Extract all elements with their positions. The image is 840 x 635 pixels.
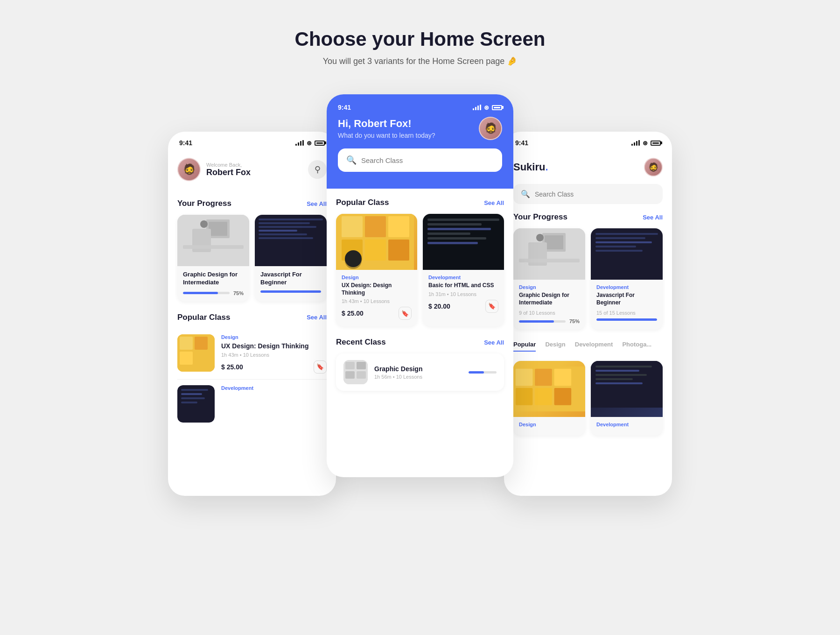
left-progress-card-js[interactable]: Javascript For Beginner [255, 215, 327, 302]
battery-icon [315, 141, 325, 146]
right-progress-card-js[interactable]: Development Javascript For Beginner 15 o… [591, 228, 663, 330]
js-card-title: Javascript For Beginner [260, 271, 321, 287]
svg-rect-34 [554, 369, 572, 386]
center-time: 9:41 [338, 104, 351, 111]
center-avatar-img: 🧔 [480, 118, 501, 139]
left-popular-item-2[interactable]: Development [177, 380, 327, 423]
center-popular-price-row-design: $ 25.00 🔖 [342, 307, 412, 320]
center-recent-item[interactable]: Graphic Design 1h 56m • 10 Lessons [336, 353, 504, 391]
cat-tab-development[interactable]: Development [575, 341, 613, 352]
svg-rect-23 [345, 371, 355, 379]
center-search-icon: 🔍 [346, 155, 357, 165]
left-progress-grid: Graphic Design for Intermediate 75% [177, 215, 327, 302]
left-progress-card-design[interactable]: Graphic Design for Intermediate 75% [177, 215, 249, 302]
popular-thumb-1 [177, 334, 215, 372]
left-status-icons: ⊛ [295, 140, 325, 147]
center-popular-badge-design: Design [342, 275, 412, 280]
center-status-icons: ⊛ [473, 104, 502, 111]
left-progress-see-all[interactable]: See All [307, 200, 327, 207]
center-bookmark-dev[interactable]: 🔖 [485, 300, 498, 313]
right-header: Sukiru. 🧔 🔍 [504, 151, 672, 211]
center-blue-header: 9:41 ⊛ Hi, Robert Fox! [327, 94, 513, 189]
right-popular-img-dev [591, 361, 663, 417]
right-signal-icon [631, 140, 640, 146]
center-popular-card-dev[interactable]: Development Basic for HTML and CSS 1h 31… [423, 214, 504, 326]
right-search-input[interactable] [535, 190, 655, 198]
right-popular-info-design: Design [513, 417, 585, 436]
code-illustration [423, 214, 504, 270]
recent-progress-fill [469, 371, 484, 374]
right-header-row: Sukiru. 🧔 [513, 158, 663, 176]
left-phone: 9:41 ⊛ 🧔 Welcome [168, 132, 336, 496]
svg-rect-32 [516, 369, 533, 386]
center-search-input[interactable] [361, 156, 494, 164]
popular-thumb-img-1 [177, 334, 215, 372]
right-popular-img-design [513, 361, 585, 417]
cat-tab-photog[interactable]: Photoga... [622, 341, 651, 352]
left-popular-see-all[interactable]: See All [307, 314, 327, 321]
center-recent-see-all[interactable]: See All [484, 339, 504, 346]
center-popular-title-design: UX Design: Design Thinking [342, 282, 412, 296]
center-greeting-name: Hi, Robert Fox! [338, 118, 435, 130]
bookmark-button-1[interactable]: 🔖 [314, 360, 327, 374]
svg-rect-2 [209, 222, 227, 236]
right-design-badge: Design [519, 284, 580, 290]
svg-rect-22 [357, 362, 366, 369]
recent-thumb [343, 360, 368, 384]
right-design-progress-wrap: 75% [519, 318, 580, 324]
popular-price-1: $ 25.00 [221, 363, 243, 371]
center-popular-info-dev: Development Basic for HTML and CSS 1h 31… [423, 270, 504, 319]
right-design-lessons: 9 of 10 Lessons [519, 310, 580, 316]
right-phone: 9:41 ⊛ Sukiru. 🧔 [504, 132, 672, 496]
popular-meta-1: 1h 43m • 10 Lessons [221, 352, 327, 358]
right-popular-badge-design: Design [519, 422, 580, 427]
cat-tab-design[interactable]: Design [545, 341, 565, 352]
center-popular-price-design: $ 25.00 [342, 310, 364, 317]
svg-rect-8 [195, 337, 208, 350]
design-card-info: Graphic Design for Intermediate 75% [177, 266, 249, 302]
design-progress-wrap: 75% [183, 290, 244, 296]
center-search-bar[interactable]: 🔍 [338, 148, 502, 172]
right-popular-card-dev[interactable]: Development [591, 361, 663, 436]
right-search-icon: 🔍 [521, 190, 530, 198]
right-search-bar[interactable]: 🔍 [513, 184, 663, 204]
svg-point-19 [345, 250, 362, 267]
search-button[interactable]: ⚲ [308, 160, 327, 179]
right-status-bar: 9:41 ⊛ [504, 132, 672, 151]
greeting-name: Robert Fox! [354, 118, 411, 129]
js-card-info: Javascript For Beginner [255, 266, 327, 298]
center-signal-icon [473, 105, 481, 110]
right-popular-card-design[interactable]: Design [513, 361, 585, 436]
cat-tab-popular[interactable]: Popular [513, 341, 536, 352]
right-popular-grid: Design [513, 361, 663, 436]
right-design-progress-fill [519, 320, 554, 323]
center-popular-card-design[interactable]: Design UX Design: Design Thinking 1h 43m… [336, 214, 417, 326]
user-row: 🧔 Welcome Back, Robert Fox [177, 158, 251, 181]
svg-point-29 [536, 234, 544, 241]
right-design-pct: 75% [569, 318, 580, 324]
design-progress-pct: 75% [233, 290, 244, 296]
center-bookmark-design[interactable]: 🔖 [399, 307, 412, 320]
center-recent-header: Recent Class See All [336, 338, 504, 347]
right-progress-see-all[interactable]: See All [643, 214, 663, 221]
phones-container: 9:41 ⊛ 🧔 Welcome [117, 94, 723, 496]
center-popular-price-row-dev: $ 20.00 🔖 [428, 300, 498, 313]
center-wifi-icon: ⊛ [484, 104, 489, 111]
left-popular-item-1[interactable]: Design UX Design: Design Thinking 1h 43m… [177, 329, 327, 380]
center-status-bar: 9:41 ⊛ [338, 104, 502, 117]
svg-rect-12 [342, 216, 363, 237]
center-recent-title: Recent Class [336, 338, 386, 347]
center-greeting-subtitle: What do you want to learn today? [338, 132, 435, 139]
svg-rect-7 [180, 337, 193, 350]
svg-rect-5 [183, 245, 244, 249]
left-status-bar: 9:41 ⊛ [168, 132, 336, 151]
right-js-badge: Development [596, 284, 657, 290]
right-progress-card-design[interactable]: Design Graphic Design for Intermediate 9… [513, 228, 585, 330]
right-js-title: Javascript For Beginner [596, 292, 657, 306]
center-popular-img-dev [423, 214, 504, 270]
center-popular-see-all[interactable]: See All [484, 199, 504, 206]
popular-thumb-2 [177, 385, 215, 423]
center-popular-price-dev: $ 20.00 [428, 303, 450, 310]
right-js-lessons: 15 of 15 Lessons [596, 310, 657, 316]
right-progress-title: Your Progress [513, 212, 567, 222]
